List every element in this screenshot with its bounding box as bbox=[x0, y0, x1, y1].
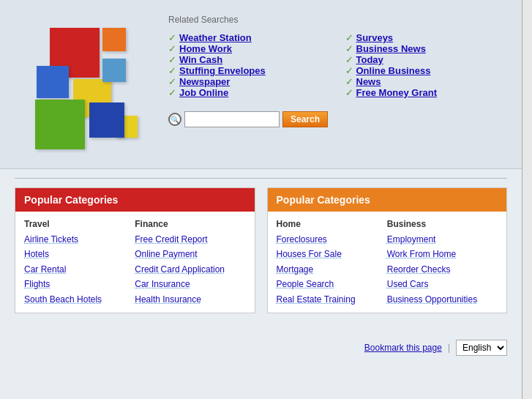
mosaic-block-blue2 bbox=[89, 102, 124, 138]
category-header-right: Popular Categories bbox=[268, 188, 507, 212]
link-weather-station[interactable]: Weather Station bbox=[179, 32, 252, 43]
cat-link-health-insurance[interactable]: Health Insurance bbox=[135, 292, 245, 307]
bookmark-link[interactable]: Bookmark this page bbox=[364, 343, 442, 353]
cat-col-home: Home Foreclosures Houses For Sale Mortga… bbox=[277, 217, 387, 307]
checkmark-news: ✓ bbox=[345, 76, 353, 87]
mosaic-block-green bbox=[35, 100, 85, 149]
mosaic-logo bbox=[29, 22, 146, 146]
link-item-surveys: ✓ Surveys bbox=[345, 32, 508, 43]
cat-link-used-cars[interactable]: Used Cars bbox=[387, 277, 498, 291]
links-col2: ✓ Surveys ✓ Business News ✓ Today ✓ Onli… bbox=[345, 32, 508, 98]
link-item-homework: ✓ Home Work bbox=[168, 43, 331, 54]
cat-link-work-from-home[interactable]: Work From Home bbox=[387, 247, 498, 261]
search-icon: 🔍 bbox=[168, 113, 181, 126]
link-item-wincash: ✓ Win Cash bbox=[168, 54, 331, 65]
cat-col-business-header: Business bbox=[387, 219, 498, 229]
cat-link-business-opportunities[interactable]: Business Opportunities bbox=[387, 292, 498, 307]
link-stuffing-envelopes[interactable]: Stuffing Envelopes bbox=[179, 65, 266, 76]
checkmark-weather: ✓ bbox=[168, 32, 176, 43]
link-free-money-grant[interactable]: Free Money Grant bbox=[356, 87, 438, 98]
link-newspaper[interactable]: Newspaper bbox=[179, 76, 230, 87]
cat-col-finance: Finance Free Credit Report Online Paymen… bbox=[135, 217, 245, 307]
cat-link-foreclosures[interactable]: Foreclosures bbox=[277, 232, 387, 247]
cat-link-free-credit-report[interactable]: Free Credit Report bbox=[135, 232, 245, 247]
category-box-right: Popular Categories Home Foreclosures Hou… bbox=[267, 187, 508, 313]
related-searches-label: Related Searches bbox=[168, 15, 507, 25]
cat-link-online-payment[interactable]: Online Payment bbox=[135, 247, 245, 261]
checkmark-surveys: ✓ bbox=[345, 32, 353, 43]
cat-col-business: Business Employment Work From Home Reord… bbox=[387, 217, 498, 307]
link-news[interactable]: News bbox=[356, 76, 381, 87]
link-item-businessnews: ✓ Business News bbox=[345, 43, 508, 54]
cat-link-people-search[interactable]: People Search bbox=[277, 277, 387, 291]
checkmark-freemoney: ✓ bbox=[345, 87, 353, 98]
separator: | bbox=[448, 343, 450, 353]
cat-link-credit-card-application[interactable]: Credit Card Application bbox=[135, 262, 245, 277]
language-select[interactable]: English bbox=[456, 340, 507, 356]
checkmark-stuffing: ✓ bbox=[168, 65, 176, 76]
cat-col-travel-header: Travel bbox=[24, 219, 135, 229]
search-area: Related Searches ✓ Weather Station ✓ Hom… bbox=[161, 15, 507, 127]
link-win-cash[interactable]: Win Cash bbox=[179, 54, 222, 65]
category-box-left: Popular Categories Travel Airline Ticket… bbox=[15, 187, 255, 313]
link-item-onlinebusiness: ✓ Online Business bbox=[345, 65, 508, 76]
link-item-freemoney: ✓ Free Money Grant bbox=[345, 87, 508, 98]
category-content-right: Home Foreclosures Houses For Sale Mortga… bbox=[268, 212, 507, 313]
checkmark-jobonline: ✓ bbox=[168, 87, 176, 98]
bottom-bar: Bookmark this page | English bbox=[0, 335, 522, 360]
checkmark-today: ✓ bbox=[345, 54, 353, 65]
link-home-work[interactable]: Home Work bbox=[179, 43, 232, 54]
link-today[interactable]: Today bbox=[356, 54, 383, 65]
logo-area bbox=[15, 15, 161, 154]
checkmark-wincash: ✓ bbox=[168, 54, 176, 65]
link-item-stuffing: ✓ Stuffing Envelopes bbox=[168, 65, 331, 76]
categories-section: Popular Categories Travel Airline Ticket… bbox=[0, 187, 522, 328]
cat-link-hotels[interactable]: Hotels bbox=[24, 247, 135, 261]
link-business-news[interactable]: Business News bbox=[356, 43, 426, 54]
link-item-today: ✓ Today bbox=[345, 54, 508, 65]
checkmark-homework: ✓ bbox=[168, 43, 176, 54]
search-button[interactable]: Search bbox=[282, 111, 328, 127]
mosaic-block-orange bbox=[102, 28, 126, 51]
cat-col-travel: Travel Airline Tickets Hotels Car Rental… bbox=[24, 217, 135, 307]
link-job-online[interactable]: Job Online bbox=[179, 87, 228, 98]
search-input[interactable] bbox=[184, 111, 280, 127]
cat-col-home-header: Home bbox=[277, 219, 387, 229]
cat-link-mortgage[interactable]: Mortgage bbox=[277, 262, 387, 277]
divider bbox=[15, 178, 507, 179]
link-item-jobonline: ✓ Job Online bbox=[168, 87, 331, 98]
link-item-news: ✓ News bbox=[345, 76, 508, 87]
checkmark-newspaper: ✓ bbox=[168, 76, 176, 87]
cat-col-finance-header: Finance bbox=[135, 219, 245, 229]
category-header-left: Popular Categories bbox=[15, 188, 255, 212]
search-bar: 🔍 Search bbox=[168, 111, 507, 127]
link-online-business[interactable]: Online Business bbox=[356, 65, 431, 76]
cat-link-real-estate-training[interactable]: Real Estate Training bbox=[277, 292, 387, 307]
checkmark-businessnews: ✓ bbox=[345, 43, 353, 54]
links-col1: ✓ Weather Station ✓ Home Work ✓ Win Cash… bbox=[168, 32, 331, 98]
link-item-weather: ✓ Weather Station bbox=[168, 32, 331, 43]
links-grid: ✓ Weather Station ✓ Home Work ✓ Win Cash… bbox=[168, 32, 507, 98]
link-surveys[interactable]: Surveys bbox=[356, 32, 394, 43]
mosaic-block-lightblue bbox=[102, 59, 126, 82]
cat-link-houses-for-sale[interactable]: Houses For Sale bbox=[277, 247, 387, 261]
link-item-newspaper: ✓ Newspaper bbox=[168, 76, 331, 87]
cat-link-car-rental[interactable]: Car Rental bbox=[24, 262, 135, 277]
cat-link-airline-tickets[interactable]: Airline Tickets bbox=[24, 232, 135, 247]
category-content-left: Travel Airline Tickets Hotels Car Rental… bbox=[15, 212, 255, 313]
cat-link-employment[interactable]: Employment bbox=[387, 232, 498, 247]
cat-link-car-insurance[interactable]: Car Insurance bbox=[135, 277, 245, 291]
mosaic-block-blue bbox=[37, 66, 69, 98]
checkmark-onlinebusiness: ✓ bbox=[345, 65, 353, 76]
cat-link-south-beach-hotels[interactable]: South Beach Hotels bbox=[24, 292, 135, 307]
cat-link-flights[interactable]: Flights bbox=[24, 277, 135, 291]
cat-link-reorder-checks[interactable]: Reorder Checks bbox=[387, 262, 498, 277]
